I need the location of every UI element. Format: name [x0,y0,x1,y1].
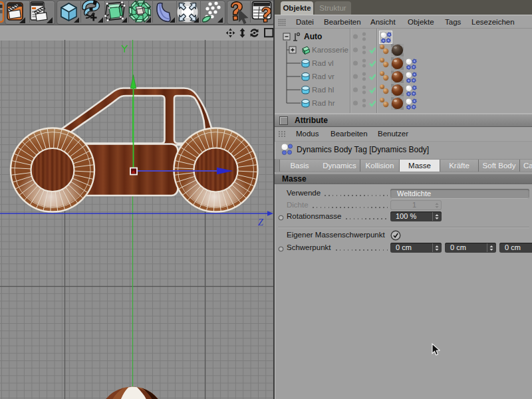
svg-text:Z: Z [258,217,263,227]
